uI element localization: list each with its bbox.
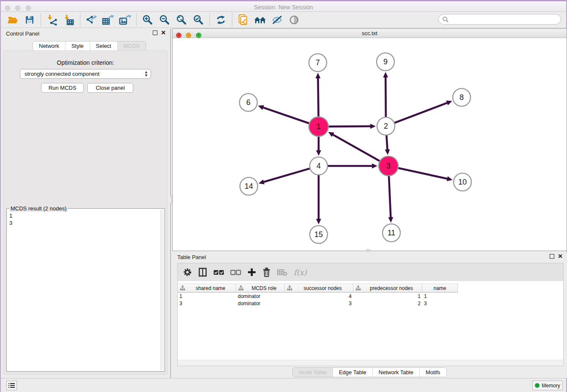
graph-node-label: 2 [384,122,388,130]
search-box[interactable] [438,14,561,25]
export-network-icon [85,14,97,25]
node-table: shared name MCDS role successor nodes pr… [178,284,563,307]
close-panel-icon[interactable]: ✕ [161,30,166,35]
status-bar: Memory [1,378,566,392]
zoom-out-button[interactable] [156,13,173,27]
graph-edge-2-3[interactable] [386,135,387,150]
network-window-titlebar[interactable]: × − + scc.txt [173,29,567,38]
graph-edge-2-9[interactable] [385,77,386,117]
graph-edge-3-10[interactable] [398,168,448,179]
tab-mcds[interactable]: MCDS [118,41,146,50]
graph-edge-1-2[interactable] [329,126,371,127]
cell-mcds-role: dominator [236,293,285,299]
edge-arrowhead [315,73,320,78]
graph-edge-1-6[interactable] [262,107,309,123]
graph-edge-3-11[interactable] [389,176,391,218]
memory-label: Memory [542,383,560,389]
show-all-button[interactable] [286,13,303,27]
application-window: Session: New Session [0,0,567,392]
function-builder-button[interactable]: f(x) [294,266,307,279]
import-table-button[interactable] [61,13,77,27]
cell-name: 1 [422,293,458,299]
hide-selected-button[interactable] [269,13,286,27]
export-network-button[interactable] [83,13,100,27]
column-header-mcds-role[interactable]: MCDS role [236,284,285,293]
fx-icon: f(x) [294,268,307,277]
edge-arrowhead [447,176,453,181]
column-header-shared-name[interactable]: shared name [178,284,236,293]
float-panel-icon[interactable] [550,254,554,259]
run-mcds-button[interactable]: Run MCDS [41,83,84,93]
toolbar-separator [41,14,41,26]
zoom-fit-icon [176,14,187,25]
cell-name: 3 [422,301,458,306]
hierarchy-icon [287,285,292,291]
graph-edge-2-8[interactable] [395,102,448,123]
first-neighbors-button[interactable] [252,13,269,27]
edge-arrowhead [258,105,264,110]
eye-slash-icon [271,14,283,25]
close-panel-button[interactable]: Close panel [87,83,133,93]
toolbar-separator [209,14,210,26]
graph-edge-1-7[interactable] [318,77,318,116]
tab-network-table[interactable]: Network Table [373,368,420,377]
table-header-row: shared name MCDS role successor nodes pr… [178,284,563,293]
deselect-all-button[interactable] [230,266,241,279]
delete-column-button[interactable] [262,266,271,279]
export-table-button[interactable] [100,13,117,27]
duplicate-network-button[interactable] [235,13,252,27]
tab-node-table[interactable]: Node Table [293,368,333,377]
optimization-criterion-select[interactable]: strongly connected component ▲▼ [20,69,151,79]
open-session-button[interactable] [4,13,21,27]
column-header-successor-nodes[interactable]: successor nodes [285,284,353,293]
zoom-fit-button[interactable] [173,13,190,27]
column-header-predecessor-nodes[interactable]: predecessor nodes [353,284,422,293]
select-all-button[interactable] [213,266,224,279]
tab-select[interactable]: Select [90,41,118,50]
memory-status-icon [535,383,539,388]
list-icon [8,383,15,388]
float-panel-icon[interactable] [153,30,157,35]
import-network-button[interactable] [44,13,61,27]
table-row[interactable]: 1 dominator 4 1 1 [178,293,563,300]
task-history-button[interactable] [6,381,17,390]
zoom-selected-icon [193,14,204,25]
import-table-icon [63,14,75,25]
control-panel-header: Control Panel ✕ [1,28,170,39]
column-header-name[interactable]: name [422,284,458,293]
optimization-criterion-label: Optimization criterion: [4,59,167,66]
cell-shared-name: 1 [178,293,236,299]
table-horizontal-scrollbar[interactable] [178,360,563,366]
tab-motifs[interactable]: Motifs [420,368,446,377]
tab-style[interactable]: Style [66,41,90,50]
mcds-result-box: MCDS result (2 nodes) 1 3 [6,208,165,372]
window-title: Session: New Session [1,4,566,11]
result-scrollbar[interactable] [160,210,164,370]
graph-node-label: 4 [317,162,321,170]
search-input[interactable] [449,15,561,24]
refresh-view-button[interactable] [212,13,229,27]
graph-node-label: 11 [388,229,396,237]
show-columns-button[interactable] [198,266,207,279]
network-canvas[interactable]: 7968124314101511 [173,38,567,251]
graph-edge-4-14[interactable] [263,168,310,182]
graph-edge-3-1[interactable] [332,134,380,161]
zoom-selected-button[interactable] [190,13,207,27]
table-row[interactable]: 3 dominator 3 2 3 [178,300,563,307]
zoom-in-button[interactable] [139,13,156,27]
close-panel-icon[interactable]: ✕ [558,254,563,259]
network-window-title: scc.txt [173,30,567,36]
table-settings-button[interactable] [183,266,192,279]
export-image-button[interactable] [117,13,134,27]
save-session-button[interactable] [21,13,38,27]
dropdown-value: strongly connected component [25,71,99,77]
add-column-button[interactable] [247,266,256,279]
graph-node-label: 6 [246,98,250,107]
delete-table-button[interactable] [277,266,288,279]
eye-icon [288,14,300,25]
mcds-panel: Optimization criterion: strongly connect… [3,50,168,375]
tab-network[interactable]: Network [33,41,66,50]
memory-button[interactable]: Memory [532,381,563,390]
zoom-out-icon [159,14,170,25]
tab-edge-table[interactable]: Edge Table [333,368,373,377]
